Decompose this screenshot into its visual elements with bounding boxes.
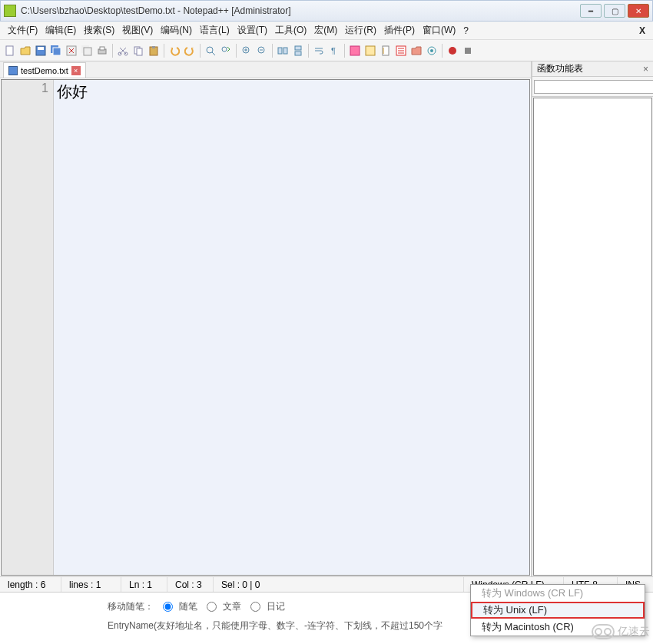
svg-point-16 [207,47,213,53]
svg-rect-23 [295,51,301,55]
toolbar-separator [344,44,345,58]
bg-r1: 随笔 [179,600,197,613]
svg-rect-32 [465,48,471,54]
maximize-button[interactable]: ▢ [604,4,625,18]
menubar: 文件(F) 编辑(E) 搜索(S) 视图(V) 编码(N) 语言(L) 设置(T… [0,22,653,40]
indent-guide-icon[interactable] [348,44,362,58]
menu-file[interactable]: 文件(F) [5,22,41,38]
toolbar-separator [308,44,309,58]
panel-header: 函数功能表 × [532,61,653,77]
menu-item-unix[interactable]: 转为 Unix (LF) [471,602,645,619]
menu-plugins[interactable]: 插件(P) [381,22,418,38]
toolbar-separator [236,44,237,58]
zoom-out-icon[interactable] [255,44,269,58]
menu-encoding[interactable]: 编码(N) [157,22,195,38]
editor[interactable]: 1 你好 [1,79,530,576]
copy-icon[interactable] [131,44,145,58]
editor-pane: testDemo.txt × 1 你好 [0,61,532,576]
open-file-icon[interactable] [18,44,32,58]
zoom-in-icon[interactable] [240,44,254,58]
close-button[interactable]: ✕ [628,4,649,18]
userlang-icon[interactable] [363,44,377,58]
redo-icon[interactable] [183,44,197,58]
svg-rect-7 [84,48,91,55]
allchars-icon[interactable]: ¶ [327,44,341,58]
record-macro-icon[interactable] [446,44,459,58]
sync-h-icon[interactable] [291,44,305,58]
panel-search-input[interactable] [534,80,653,94]
bg-label: 移动随笔： [108,600,154,613]
titlebar: C:\Users\bzhao\Desktop\testDemo.txt - No… [0,0,653,22]
watermark-text: 亿速云 [618,625,650,639]
bg-r2: 文章 [223,600,241,613]
find-icon[interactable] [204,44,217,58]
print-icon[interactable] [95,44,109,58]
editor-line[interactable]: 你好 [57,81,526,102]
new-file-icon[interactable] [3,44,17,58]
svg-point-31 [449,47,456,55]
save-status-icon [8,66,18,75]
editor-content[interactable]: 你好 [54,80,529,575]
menu-search[interactable]: 搜索(S) [81,22,118,38]
status-ln: Ln : 1 [121,577,167,592]
app-icon [4,5,16,17]
cut-icon[interactable] [116,44,130,58]
svg-point-17 [222,47,227,51]
toolbar-separator [200,44,201,58]
menu-tools[interactable]: 工具(O) [272,22,310,38]
svg-rect-26 [366,46,375,55]
svg-rect-20 [278,48,282,54]
menu-view[interactable]: 视图(V) [119,22,156,38]
svg-rect-2 [38,47,44,50]
file-tab[interactable]: testDemo.txt × [3,62,86,78]
bg-radio-2[interactable] [207,602,217,612]
bg-radio-1[interactable] [163,602,173,612]
svg-rect-25 [350,46,360,55]
sync-v-icon[interactable] [276,44,290,58]
bg-r3: 日记 [267,600,285,613]
wordwrap-icon[interactable] [312,44,326,58]
stop-macro-icon[interactable] [461,44,475,58]
svg-rect-15 [152,46,155,48]
close-file-icon[interactable] [65,44,78,58]
save-all-icon[interactable] [49,44,63,58]
paste-icon[interactable] [147,44,161,58]
tab-close-icon[interactable]: × [71,66,81,75]
undo-icon[interactable] [167,44,181,58]
menu-close-x[interactable]: X [636,24,648,38]
bg-radio-3[interactable] [250,602,260,612]
menu-macro[interactable]: 宏(M) [311,22,340,38]
close-all-icon[interactable] [80,44,94,58]
window-controls: ━ ▢ ✕ [580,4,649,18]
minimize-button[interactable]: ━ [580,4,602,18]
toolbar-separator [442,44,443,58]
menu-help[interactable]: ? [460,24,472,38]
svg-point-30 [430,49,433,52]
menu-language[interactable]: 语言(L) [197,22,233,38]
svg-rect-0 [6,46,13,55]
panel-title: 函数功能表 [537,62,583,75]
toolbar: ¶ [0,40,653,61]
replace-icon[interactable] [219,44,233,58]
folder-icon[interactable] [409,44,423,58]
monitor-icon[interactable] [425,44,439,58]
doc-map-icon[interactable] [379,44,393,58]
tab-strip: testDemo.txt × [0,61,531,78]
menu-settings[interactable]: 设置(T) [234,22,270,38]
svg-text:¶: ¶ [331,46,336,55]
line-number: 1 [2,81,48,95]
save-icon[interactable] [34,44,48,58]
status-length: length : 6 [0,577,61,592]
menu-run[interactable]: 运行(R) [342,22,380,38]
svg-rect-22 [295,46,301,50]
toolbar-separator [164,44,164,58]
panel-body [533,98,652,576]
menu-edit[interactable]: 编辑(E) [42,22,79,38]
panel-close-icon[interactable]: × [643,64,648,75]
toolbar-separator [272,44,273,58]
status-lines: lines : 1 [61,577,121,592]
menu-window[interactable]: 窗口(W) [419,22,459,38]
tab-label: testDemo.txt [21,66,68,75]
function-list-panel: 函数功能表 × AZ [532,61,653,576]
function-list-icon[interactable] [394,44,408,58]
